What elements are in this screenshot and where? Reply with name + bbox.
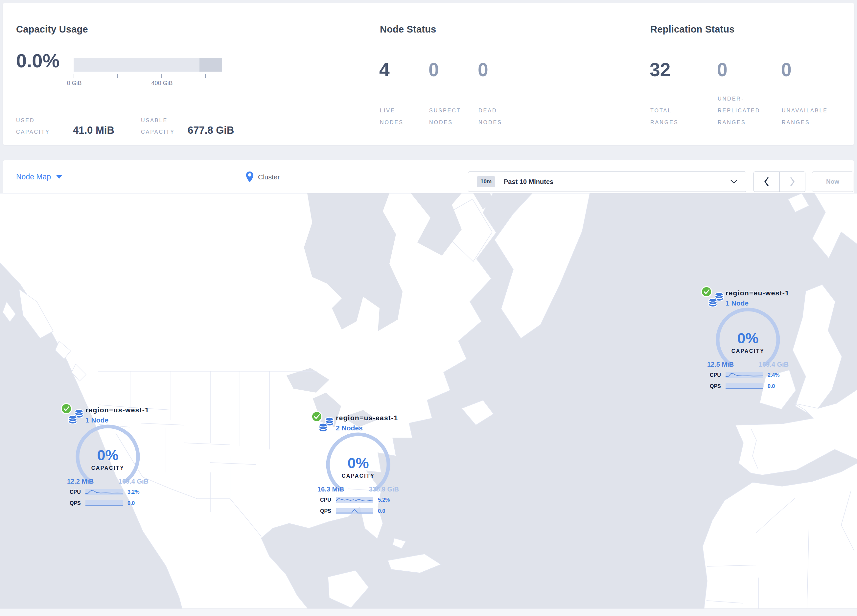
total-capacity-value: 338.9 GiB bbox=[369, 486, 399, 493]
qps-value: 0.0 bbox=[127, 500, 135, 506]
node-region-marker[interactable]: region=us-west-1 1 Node 0% CAPACITY 12.2… bbox=[65, 404, 150, 508]
time-prev-button[interactable] bbox=[754, 172, 780, 191]
breadcrumb-label: Cluster bbox=[258, 173, 280, 181]
cpu-label: CPU bbox=[70, 489, 85, 495]
region-label: region=us-east-1 bbox=[336, 414, 398, 422]
time-range-nav bbox=[753, 171, 805, 192]
capacity-used-percent: 0.0% bbox=[16, 49, 59, 72]
cpu-row: CPU 3.2% bbox=[70, 489, 148, 495]
node-region-marker[interactable]: region=eu-west-1 1 Node 0% CAPACITY 12.5… bbox=[705, 287, 790, 391]
usable-capacity-label: USABLE CAPACITY bbox=[141, 115, 175, 137]
capacity-values-row: 12.5 MiB 169.4 GiB bbox=[705, 361, 790, 368]
database-icon bbox=[707, 291, 725, 309]
cpu-row: CPU 5.2% bbox=[320, 497, 398, 503]
metric-value: 0 bbox=[717, 59, 727, 80]
capacity-values-row: 12.2 MiB 169.4 GiB bbox=[65, 478, 150, 485]
node-region-marker[interactable]: region=us-east-1 2 Nodes 0% CAPACITY 16.… bbox=[316, 412, 401, 516]
view-selector-label: Node Map bbox=[16, 173, 51, 181]
view-selector-dropdown[interactable]: Node Map bbox=[16, 160, 62, 193]
cpu-label: CPU bbox=[320, 497, 336, 503]
qps-value: 0.0 bbox=[378, 508, 385, 514]
qps-value: 0.0 bbox=[767, 383, 775, 389]
capacity-bar-reserved-segment bbox=[200, 58, 222, 72]
capacity-usage-bar bbox=[74, 58, 222, 72]
map-toolbar: Node Map Cluster 10m Past 10 Minutes Now bbox=[3, 160, 854, 194]
capacity-tick-400: 400 GiB bbox=[151, 80, 173, 87]
cluster-summary-bar: Capacity Usage 0.0% 0 GiB 400 GiB USED C… bbox=[3, 3, 854, 145]
node-count-label: 1 Node bbox=[85, 416, 108, 424]
chevron-left-icon bbox=[763, 177, 770, 187]
time-range-dropdown[interactable]: 10m Past 10 Minutes bbox=[468, 171, 746, 192]
metric-value: 0 bbox=[781, 59, 792, 80]
qps-sparkline bbox=[336, 508, 373, 514]
used-capacity-value: 12.2 MiB bbox=[67, 478, 94, 485]
capacity-usage-title: Capacity Usage bbox=[16, 24, 88, 35]
cpu-value: 5.2% bbox=[378, 497, 390, 503]
region-label: region=eu-west-1 bbox=[726, 289, 789, 297]
node-count-label: 1 Node bbox=[726, 299, 749, 307]
qps-label: QPS bbox=[70, 500, 85, 506]
region-label: region=us-west-1 bbox=[85, 406, 149, 414]
summary-metric: 0SUSPECT NODES bbox=[428, 59, 439, 128]
time-next-button[interactable] bbox=[780, 172, 805, 191]
replication-status-title: Replication Status bbox=[650, 24, 735, 35]
chevron-down-icon bbox=[56, 175, 62, 179]
used-capacity-value: 41.0 MiB bbox=[73, 125, 114, 136]
node-count-label: 2 Nodes bbox=[336, 424, 363, 432]
metric-value: 0 bbox=[428, 59, 439, 80]
database-icon bbox=[67, 408, 85, 426]
qps-sparkline bbox=[726, 383, 763, 389]
qps-label: QPS bbox=[710, 383, 726, 389]
node-status-title: Node Status bbox=[380, 24, 436, 35]
metric-label: TOTAL RANGES bbox=[650, 105, 679, 128]
metric-label: LIVE NODES bbox=[380, 105, 404, 128]
qps-label: QPS bbox=[320, 508, 336, 514]
capacity-percent: 0% bbox=[705, 330, 790, 347]
summary-metric: 0UNDER- REPLICATED RANGES bbox=[717, 59, 727, 128]
metric-value: 0 bbox=[478, 59, 488, 80]
metric-value: 32 bbox=[650, 59, 670, 80]
cpu-label: CPU bbox=[710, 372, 726, 378]
replication-status-metrics: 32TOTAL RANGES0UNDER- REPLICATED RANGES0… bbox=[650, 59, 853, 128]
database-icon bbox=[317, 416, 335, 434]
capacity-gauge-label: CAPACITY bbox=[65, 465, 150, 471]
map-pin-icon bbox=[246, 171, 254, 183]
node-map: region=us-west-1 1 Node 0% CAPACITY 12.2… bbox=[0, 193, 857, 616]
total-capacity-value: 169.4 GiB bbox=[759, 361, 789, 368]
qps-row: QPS 0.0 bbox=[70, 500, 148, 506]
now-button[interactable]: Now bbox=[812, 171, 853, 192]
map-footer-bar bbox=[0, 608, 857, 616]
usable-capacity-value: 677.8 GiB bbox=[188, 125, 234, 136]
capacity-values-row: 16.3 MiB 338.9 GiB bbox=[316, 486, 401, 493]
summary-metric: 0UNAVAILABLE RANGES bbox=[781, 59, 792, 128]
cpu-sparkline bbox=[336, 497, 373, 503]
capacity-gauge-label: CAPACITY bbox=[705, 348, 790, 354]
capacity-tick-0: 0 GiB bbox=[67, 80, 82, 87]
metric-label: UNDER- REPLICATED RANGES bbox=[718, 93, 760, 128]
metric-label: DEAD NODES bbox=[478, 105, 502, 128]
used-capacity-value: 16.3 MiB bbox=[317, 486, 344, 493]
cpu-sparkline bbox=[726, 372, 763, 378]
chevron-right-icon bbox=[788, 177, 796, 187]
summary-metric: 32TOTAL RANGES bbox=[650, 59, 670, 128]
node-status-metrics: 4LIVE NODES0SUSPECT NODES0DEAD NODES bbox=[379, 59, 531, 128]
capacity-bar-ticks bbox=[74, 74, 222, 79]
qps-sparkline bbox=[85, 500, 123, 506]
cpu-value: 2.4% bbox=[767, 372, 780, 378]
capacity-percent: 0% bbox=[65, 447, 150, 464]
qps-row: QPS 0.0 bbox=[710, 383, 788, 389]
qps-row: QPS 0.0 bbox=[320, 508, 398, 514]
breadcrumb-cluster[interactable]: Cluster bbox=[246, 160, 280, 193]
cpu-sparkline bbox=[85, 489, 123, 495]
total-capacity-value: 169.4 GiB bbox=[119, 478, 149, 485]
metric-label: SUSPECT NODES bbox=[429, 105, 461, 128]
used-capacity-value: 12.5 MiB bbox=[707, 361, 734, 368]
time-range-label: Past 10 Minutes bbox=[504, 178, 553, 185]
chevron-down-icon bbox=[730, 179, 737, 184]
cpu-row: CPU 2.4% bbox=[710, 372, 788, 378]
metric-label: UNAVAILABLE RANGES bbox=[782, 105, 828, 128]
time-range-badge: 10m bbox=[477, 176, 495, 187]
capacity-gauge-label: CAPACITY bbox=[316, 473, 401, 479]
used-capacity-label: USED CAPACITY bbox=[16, 115, 50, 137]
metric-value: 4 bbox=[379, 59, 390, 80]
